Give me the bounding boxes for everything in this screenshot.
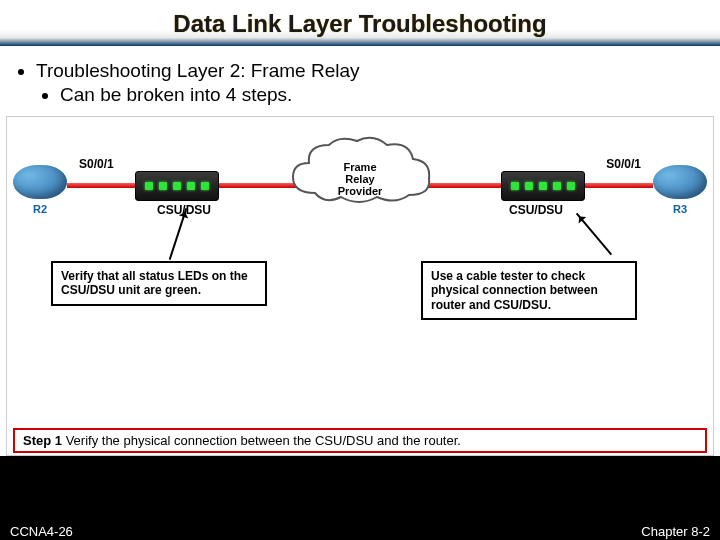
interface-left-label: S0/0/1 [79, 157, 114, 171]
led-icon [553, 182, 561, 190]
bullet-2: Can be broken into 4 steps. [60, 84, 712, 106]
step-text: Verify the physical connection between t… [66, 433, 461, 448]
led-icon [511, 182, 519, 190]
csu-right-label: CSU/DSU [509, 203, 563, 217]
title-band: Data Link Layer Troubleshooting [0, 0, 720, 46]
cloud-icon: Frame Relay Provider [285, 133, 435, 211]
callout-left: Verify that all status LEDs on the CSU/D… [51, 261, 267, 306]
step-strip: Step 1 Verify the physical connection be… [13, 428, 707, 453]
arrow-right-icon [576, 213, 612, 256]
router-left-icon [13, 165, 67, 199]
led-icon [567, 182, 575, 190]
led-icon [159, 182, 167, 190]
slide-title: Data Link Layer Troubleshooting [0, 10, 720, 38]
router-left-label: R2 [13, 203, 67, 215]
led-icon [173, 182, 181, 190]
led-icon [525, 182, 533, 190]
router-right-icon [653, 165, 707, 199]
cloud-label: Frame Relay Provider [285, 161, 435, 197]
cable-right-1 [585, 183, 653, 188]
callout-right: Use a cable tester to check physical con… [421, 261, 637, 320]
csu-right-icon [501, 171, 585, 201]
bullet-1: Troubleshooting Layer 2: Frame Relay [36, 60, 712, 82]
cable-right-2 [423, 183, 503, 188]
network-diagram: R2 S0/0/1 CSU/DSU Frame Relay Provider [6, 116, 714, 456]
led-icon [145, 182, 153, 190]
cable-left-1 [67, 183, 135, 188]
footer-right: Chapter 8-2 [641, 524, 710, 539]
csu-left-icon [135, 171, 219, 201]
led-icon [539, 182, 547, 190]
router-right-label: R3 [653, 203, 707, 215]
bullet-list: Troubleshooting Layer 2: Frame Relay Can… [36, 60, 712, 106]
led-icon [201, 182, 209, 190]
slide-body: Troubleshooting Layer 2: Frame Relay Can… [0, 46, 720, 456]
interface-right-label: S0/0/1 [606, 157, 641, 171]
step-number: Step 1 [23, 433, 62, 448]
led-icon [187, 182, 195, 190]
footer-left: CCNA4-26 [10, 524, 73, 539]
